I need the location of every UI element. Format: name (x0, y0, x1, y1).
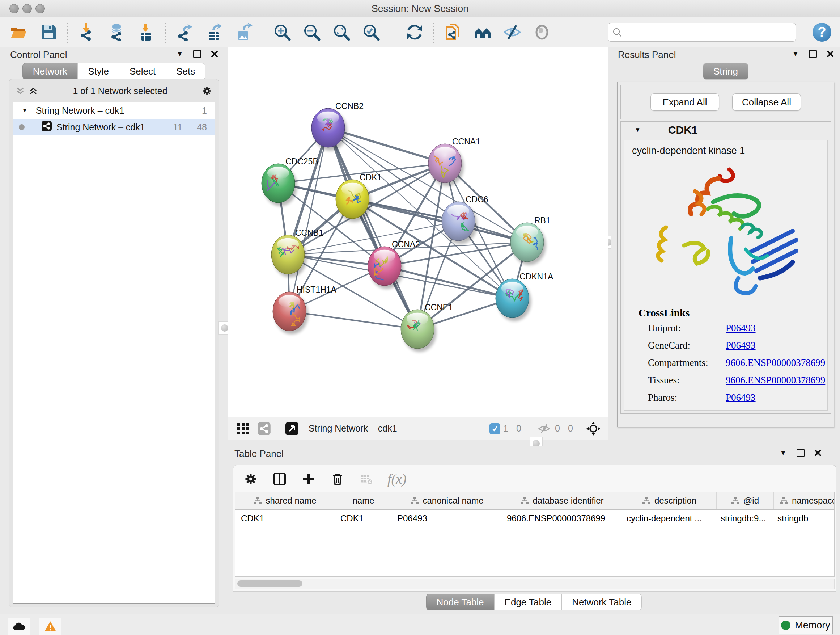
help-button[interactable]: ? (813, 23, 831, 42)
detach-view-icon[interactable] (284, 421, 300, 437)
cloud-button[interactable] (8, 618, 30, 635)
tab-edge-table[interactable]: Edge Table (494, 594, 562, 610)
float-panel-icon[interactable] (193, 49, 202, 59)
column-header[interactable]: canonical name (392, 492, 502, 509)
refresh-icon (406, 23, 424, 41)
network-options-gear-icon[interactable] (202, 86, 212, 96)
expand-all-icon[interactable] (28, 86, 38, 96)
warnings-button[interactable] (39, 618, 62, 635)
edge-CCNB2-HIST1H1A[interactable] (289, 128, 328, 311)
hidden-count: 0 - 0 (555, 423, 573, 434)
tab-style[interactable]: Style (77, 63, 119, 80)
node-CDKN1A[interactable]: CDKN1A (496, 272, 554, 321)
panel-menu-icon[interactable]: ▼ (791, 49, 800, 59)
node-CCNA1[interactable]: CCNA1 (428, 137, 480, 186)
table-cell[interactable]: CDK1 (335, 510, 392, 527)
crosslink-link[interactable]: P06493 (726, 340, 756, 351)
column-header[interactable]: namespace (774, 492, 835, 509)
close-panel-icon[interactable] (826, 49, 835, 59)
network-canvas[interactable]: CCNB2CCNA1CDC25BCDK1CDC6RB1CCNB1CCNA2CDK… (228, 47, 608, 417)
export-table-button[interactable] (204, 22, 224, 42)
zoom-in-button[interactable] (272, 22, 292, 42)
edge-HIST1H1A-CCNE1[interactable] (289, 311, 417, 329)
section-expander-icon[interactable]: ▼ (635, 126, 641, 134)
float-panel-icon[interactable] (796, 448, 805, 458)
add-column-icon[interactable] (301, 471, 317, 487)
delete-table-icon (358, 471, 374, 487)
left-splitter[interactable] (224, 47, 228, 440)
table-cell[interactable]: cyclin-dependent ... (621, 510, 715, 527)
edge-CDK1-RB1[interactable] (352, 199, 527, 242)
column-header[interactable]: description (622, 492, 717, 509)
tab-network[interactable]: Network (22, 63, 77, 80)
column-header[interactable]: shared name (235, 492, 335, 509)
node-HIST1H1A[interactable]: HIST1H1A (273, 285, 337, 334)
edge-CCNB2-CCNE1[interactable] (328, 128, 417, 329)
grid-view-icon[interactable] (235, 421, 251, 437)
tab-network-table[interactable]: Network Table (561, 594, 642, 610)
expand-all-button[interactable]: Expand All (651, 93, 719, 111)
tab-node-table[interactable]: Node Table (426, 594, 494, 610)
table-cell[interactable]: P06493 (392, 510, 501, 527)
memory-button[interactable]: Memory (778, 616, 833, 634)
panel-menu-icon[interactable]: ▼ (175, 49, 185, 59)
crosslink-link[interactable]: 9606.ENSP00000378699 (726, 375, 825, 386)
tab-string[interactable]: String (703, 63, 748, 80)
table-options-gear-icon[interactable] (243, 471, 259, 487)
table-cell[interactable]: CDK1 (235, 510, 335, 527)
network-collection-row[interactable]: ▼ String Network – cdk1 1 (13, 102, 215, 119)
save-session-button[interactable] (38, 22, 58, 42)
hide-selected-button[interactable] (502, 22, 523, 42)
column-label: name (352, 496, 374, 506)
import-table-button[interactable] (136, 22, 156, 42)
new-network-from-selection-button[interactable] (443, 22, 463, 42)
delete-column-icon[interactable] (330, 471, 346, 487)
scrollbar-thumb[interactable] (237, 580, 302, 587)
float-panel-icon[interactable] (808, 49, 818, 59)
network-share-view-icon[interactable] (256, 421, 272, 437)
node-CDC25B[interactable]: CDC25B (262, 157, 318, 206)
column-label: description (654, 496, 696, 506)
first-neighbors-button[interactable] (472, 22, 493, 42)
table-horizontal-scrollbar[interactable] (235, 579, 835, 589)
zoom-fit-button[interactable] (332, 22, 352, 42)
crosslink-link[interactable]: P06493 (726, 392, 756, 403)
selected-nodes-checkbox[interactable] (489, 423, 500, 434)
node-RB1[interactable]: RB1 (510, 216, 551, 265)
zoom-out-button[interactable] (302, 22, 322, 42)
show-all-button[interactable] (532, 22, 552, 42)
tab-sets[interactable]: Sets (166, 63, 205, 80)
refresh-button[interactable] (404, 22, 425, 42)
export-network-button[interactable] (174, 22, 195, 42)
collapse-all-icon[interactable] (16, 86, 25, 96)
search-input[interactable] (625, 27, 791, 38)
show-columns-icon[interactable] (272, 471, 287, 487)
table-cell[interactable]: stringdb (772, 510, 835, 527)
close-panel-icon[interactable] (210, 49, 219, 59)
collapse-all-button[interactable]: Collapse All (732, 93, 801, 111)
tab-select[interactable]: Select (119, 63, 166, 80)
column-header[interactable]: name (335, 492, 392, 509)
table-cell[interactable]: 9606.ENSP00000378699 (501, 510, 621, 527)
search-box[interactable] (608, 23, 796, 42)
column-header[interactable]: database identifier (502, 492, 622, 509)
tree-expander-icon[interactable]: ▼ (22, 107, 28, 114)
open-session-button[interactable] (9, 22, 29, 42)
node-CDK1[interactable]: CDK1 (336, 173, 382, 222)
node-label-HIST1H1A: HIST1H1A (297, 285, 337, 295)
network-row[interactable]: String Network – cdk1 11 48 (13, 119, 215, 135)
panel-menu-icon[interactable]: ▼ (778, 448, 788, 458)
import-network-database-button[interactable] (106, 22, 126, 42)
table-cell[interactable]: stringdb:9... (715, 510, 772, 527)
crosslink-link[interactable]: P06493 (726, 323, 756, 334)
table-row[interactable]: CDK1CDK1P064939606.ENSP00000378699cyclin… (235, 510, 834, 527)
export-image-button[interactable] (234, 22, 254, 42)
close-panel-icon[interactable] (813, 448, 823, 458)
import-network-file-button[interactable] (77, 22, 97, 42)
network-view-toolbar: String Network – cdk1 1 - 0 0 - 0 (228, 417, 608, 440)
crosslink-link[interactable]: 9606.ENSP00000378699 (726, 357, 825, 369)
zoom-selected-button[interactable] (361, 22, 381, 42)
birdseye-crosshair-icon[interactable] (585, 421, 601, 437)
node-table[interactable]: shared namenamecanonical namedatabase id… (235, 492, 835, 577)
column-header[interactable]: @id (717, 492, 774, 509)
